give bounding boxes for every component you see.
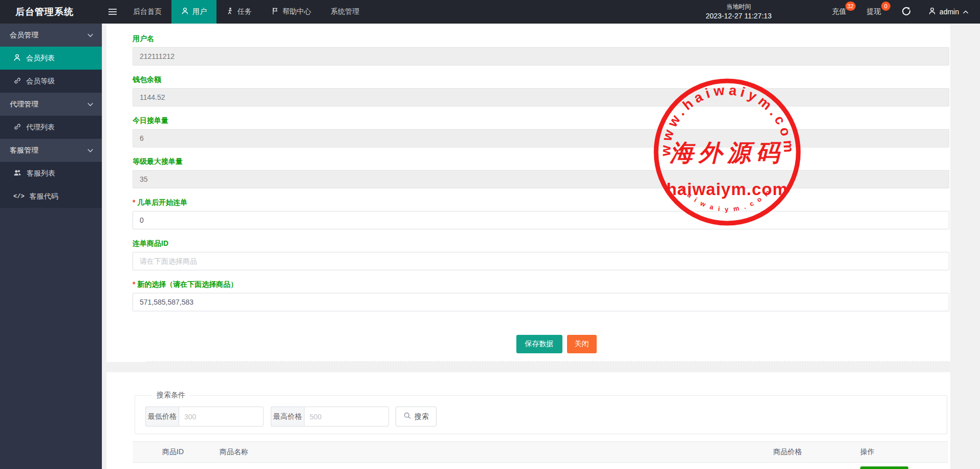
withdraw-badge: 0 [881, 2, 890, 11]
field-label: 新的选择（请在下面选择商品） [133, 280, 949, 289]
flag-icon [271, 7, 279, 16]
code-icon: </> [13, 193, 25, 200]
sidebar-item-member-list[interactable]: 会员列表 [0, 47, 102, 70]
username: admin [940, 8, 959, 16]
product-select-card: 搜索条件 最低价格 最高价格 搜索 [106, 372, 950, 469]
col-product-name: 商品名称 [215, 442, 769, 463]
form-actions: 保存数据 关闭 [163, 335, 949, 353]
field-username: 用户名 [133, 34, 949, 66]
sidebar: 会员管理 会员列表 会员等级 代理管理 代 [0, 24, 102, 469]
card-gap [106, 362, 950, 372]
field-label: 今日接单量 [133, 116, 949, 125]
sidebar-item-service-list[interactable]: 客服列表 [0, 162, 102, 185]
sidebar-group-service-management[interactable]: 客服管理 [0, 139, 102, 162]
link-icon [13, 77, 21, 86]
max-orders-input[interactable] [133, 170, 949, 188]
field-wallet-balance: 钱包余额 [133, 75, 949, 106]
sidebar-group-member-management[interactable]: 会员管理 [0, 24, 102, 47]
min-price-label: 最低价格 [145, 407, 179, 427]
field-label: 用户名 [133, 34, 949, 44]
withdraw-button[interactable]: 提现 0 [867, 7, 881, 16]
tab-tasks[interactable]: 任务 [216, 0, 262, 24]
chevron-down-icon [87, 33, 94, 38]
chevron-down-icon [87, 148, 94, 153]
person-icon [181, 7, 189, 16]
cell-product-price: 1.00 [769, 463, 856, 469]
search-icon [403, 412, 411, 421]
local-time-value: 2023-12-27 11:27:13 [706, 11, 772, 22]
cell-product-name: Asahi Ryokan 1D1N [215, 463, 769, 469]
user-menu[interactable]: admin [928, 7, 980, 16]
top-nav: 后台首页 用户 任务 帮助中心 系统管理 [123, 0, 369, 24]
main-content: 用户名 钱包余额 今日接单量 等级最大接单量 几单后开始连单 连单商品ID [102, 24, 980, 469]
field-label: 几单后开始连单 [133, 198, 949, 207]
replace-next-order-button[interactable]: 替换下一单 [860, 466, 908, 469]
topbar-right: 当地时间 2023-12-27 11:27:13 充值 32 提现 0 ad [706, 0, 980, 24]
chevron-up-icon [963, 8, 969, 16]
chevron-down-icon [87, 102, 94, 107]
field-new-selection: 新的选择（请在下面选择商品） [133, 280, 949, 311]
recharge-button[interactable]: 充值 32 [832, 7, 846, 16]
hamburger-icon [108, 7, 117, 16]
field-label: 钱包余额 [133, 75, 949, 84]
search-fieldset: 搜索条件 最低价格 最高价格 搜索 [135, 391, 947, 434]
walking-person-icon [226, 7, 234, 16]
sidebar-item-service-code[interactable]: </> 客服代码 [0, 185, 102, 208]
topbar: 后台管理系统 后台首页 用户 任务 [0, 0, 980, 24]
edit-form-card: 用户名 钱包余额 今日接单量 等级最大接单量 几单后开始连单 连单商品ID [106, 25, 950, 362]
col-actions: 操作 [856, 442, 948, 463]
max-price-label: 最高价格 [271, 407, 304, 427]
local-time-label: 当地时间 [706, 3, 772, 11]
tab-users[interactable]: 用户 [171, 0, 216, 24]
search-legend: 搜索条件 [152, 391, 190, 400]
tab-home[interactable]: 后台首页 [123, 0, 171, 24]
select-all-header [133, 442, 158, 463]
col-product-id: 商品ID [158, 442, 215, 463]
field-today-orders: 今日接单量 [133, 116, 949, 147]
sidebar-group-agent-management[interactable]: 代理管理 [0, 93, 102, 116]
combo-product-id-input[interactable] [133, 252, 949, 270]
max-price-input[interactable] [304, 407, 389, 427]
max-price-group: 最高价格 [271, 407, 389, 427]
person-icon [13, 54, 21, 63]
sidebar-collapse-button[interactable] [102, 0, 123, 24]
recharge-badge: 32 [845, 2, 856, 11]
cell-product-id: 571 [158, 463, 215, 469]
tab-system-management[interactable]: 系统管理 [321, 0, 369, 24]
min-price-input[interactable] [179, 407, 264, 427]
sidebar-item-member-level[interactable]: 会员等级 [0, 70, 102, 93]
user-icon [928, 7, 936, 16]
today-orders-input[interactable] [133, 129, 949, 147]
link-icon [13, 123, 21, 132]
table-row: 571 Asahi Ryokan 1D1N 1.00 替换下一单 [133, 463, 948, 469]
new-selection-input[interactable] [133, 293, 949, 311]
products-table: 商品ID 商品名称 商品价格 操作 571 Asahi [133, 441, 948, 469]
refresh-button[interactable] [902, 6, 911, 17]
wallet-balance-input[interactable] [133, 88, 949, 106]
local-time: 当地时间 2023-12-27 11:27:13 [706, 3, 772, 21]
table-header-row: 商品ID 商品名称 商品价格 操作 [133, 442, 948, 463]
field-label: 等级最大接单量 [133, 157, 949, 166]
tab-help-center[interactable]: 帮助中心 [262, 0, 321, 24]
field-combo-product-id: 连单商品ID [133, 239, 949, 270]
field-max-orders: 等级最大接单量 [133, 157, 949, 188]
people-icon [13, 169, 21, 178]
field-orders-before-combo: 几单后开始连单 [133, 198, 949, 229]
orders-before-combo-input[interactable] [133, 211, 949, 229]
admin-app: 后台管理系统 后台首页 用户 任务 [0, 0, 980, 469]
save-button[interactable]: 保存数据 [516, 335, 562, 353]
search-button[interactable]: 搜索 [396, 407, 437, 427]
col-product-price: 商品价格 [769, 442, 856, 463]
field-label: 连单商品ID [133, 239, 949, 248]
search-row: 最低价格 最高价格 搜索 [145, 407, 947, 427]
min-price-group: 最低价格 [145, 407, 264, 427]
username-input[interactable] [133, 47, 949, 66]
app-title: 后台管理系统 [0, 0, 102, 24]
refresh-icon [902, 6, 911, 17]
close-button[interactable]: 关闭 [567, 335, 597, 353]
sidebar-item-agent-list[interactable]: 代理列表 [0, 116, 102, 139]
